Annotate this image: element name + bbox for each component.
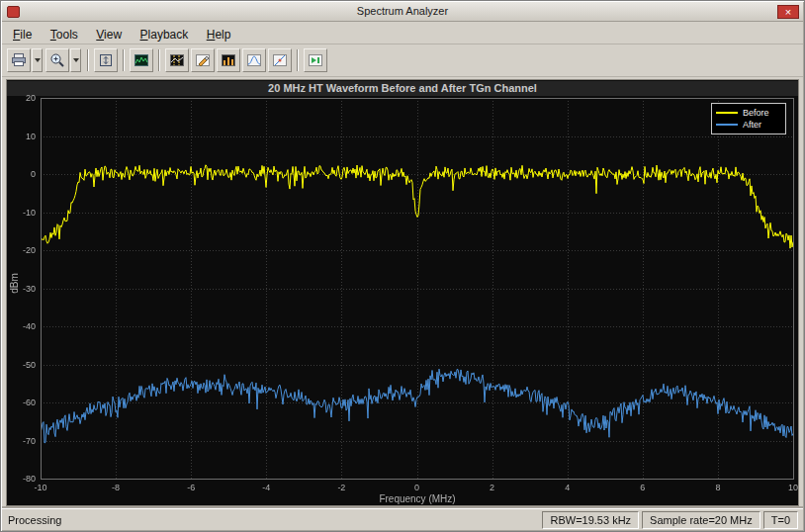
orange-bars-icon (221, 52, 236, 68)
plot-title: 20 MHz HT Waveform Before and After TGn … (7, 81, 798, 96)
x-tick-label: -8 (101, 483, 131, 492)
distortion-button[interactable] (268, 48, 292, 72)
cursor-measurements-button[interactable] (165, 48, 189, 72)
ccdf-button[interactable] (242, 48, 266, 72)
spectrum-settings-button[interactable] (130, 48, 153, 72)
after-line-swatch (716, 124, 738, 126)
before-line-swatch (716, 112, 738, 114)
close-button[interactable]: × (777, 5, 799, 19)
status-processing: Processing (2, 514, 542, 526)
menu-tools[interactable]: Tools (44, 26, 85, 44)
y-tick-label: -20 (7, 245, 36, 255)
x-tick-label: 2 (478, 483, 507, 492)
zoom-in-button[interactable] (45, 48, 69, 72)
toolbar-separator (123, 49, 125, 71)
print-dropdown-button[interactable] (32, 48, 43, 72)
fit-to-view-icon (98, 52, 114, 68)
step-forward-button[interactable] (304, 48, 327, 72)
spectral-mask-button[interactable] (191, 48, 215, 72)
y-tick-label: -40 (7, 321, 36, 331)
zoom-dropdown-button[interactable] (70, 48, 81, 72)
menu-help[interactable]: Help (200, 26, 238, 44)
status-bar: Processing RBW=19.53 kHz Sample rate=20 … (2, 508, 803, 530)
print-button[interactable] (7, 48, 31, 72)
toolbar-separator (158, 49, 160, 71)
toolbar (2, 44, 803, 77)
y-tick-label: -10 (7, 208, 36, 218)
x-axis-label: Frequency (MHz) (41, 493, 794, 504)
x-tick-label: -2 (326, 483, 356, 492)
x-tick-label: 10 (778, 483, 805, 492)
x-tick-label: -6 (176, 483, 206, 492)
y-tick-label: -50 (7, 360, 36, 370)
legend[interactable]: Before After (711, 103, 786, 134)
x-tick-label: -10 (26, 483, 55, 492)
spectrum-settings-icon (134, 52, 149, 68)
y-tick-label: -80 (7, 474, 36, 484)
status-rbw: RBW=19.53 kHz (542, 511, 639, 529)
y-tick-label: -70 (7, 436, 36, 446)
blue-curve-icon (246, 52, 262, 68)
status-time: T=0 (763, 511, 798, 529)
printer-icon (11, 52, 27, 68)
x-tick-label: -4 (251, 483, 281, 492)
toolbar-separator (87, 49, 89, 71)
diagonal-line-icon (272, 52, 288, 68)
menu-playback[interactable]: Playback (134, 26, 196, 44)
y-tick-label: -60 (7, 398, 36, 407)
fit-to-view-button[interactable] (94, 48, 118, 72)
channel-measurements-button[interactable] (217, 48, 240, 72)
spectrum-analyzer-window: Spectrum Analyzer × File Tools View Play… (0, 0, 805, 532)
x-tick-label: 6 (628, 483, 658, 492)
y-tick-label: 0 (7, 169, 36, 179)
step-forward-icon (308, 52, 323, 68)
legend-item-before: Before (716, 107, 781, 119)
window-title: Spectrum Analyzer (2, 5, 803, 17)
chevron-down-icon (35, 58, 41, 62)
menu-view[interactable]: View (89, 26, 129, 44)
status-sample-rate: Sample rate=20 MHz (642, 511, 760, 529)
chevron-down-icon (73, 58, 79, 62)
legend-label-before: Before (743, 108, 769, 118)
legend-label-after: After (743, 120, 761, 130)
pencil-mask-icon (195, 52, 211, 68)
window-titlebar[interactable]: Spectrum Analyzer × (2, 2, 803, 22)
menu-file[interactable]: File (6, 26, 39, 44)
spectrum-plot[interactable] (41, 98, 794, 480)
x-tick-label: 4 (553, 483, 582, 492)
legend-item-after: After (716, 119, 781, 131)
magnifier-plus-icon (49, 52, 65, 68)
cursor-measurements-icon (169, 52, 185, 68)
y-axis-label: dBm (9, 264, 20, 304)
x-tick-label: 0 (402, 483, 432, 492)
y-tick-label: 10 (7, 132, 36, 141)
menu-bar: File Tools View Playback Help (2, 22, 803, 44)
plot-area: 20 MHz HT Waveform Before and After TGn … (6, 79, 799, 506)
x-tick-label: 8 (703, 483, 733, 492)
toolbar-separator (297, 49, 299, 71)
